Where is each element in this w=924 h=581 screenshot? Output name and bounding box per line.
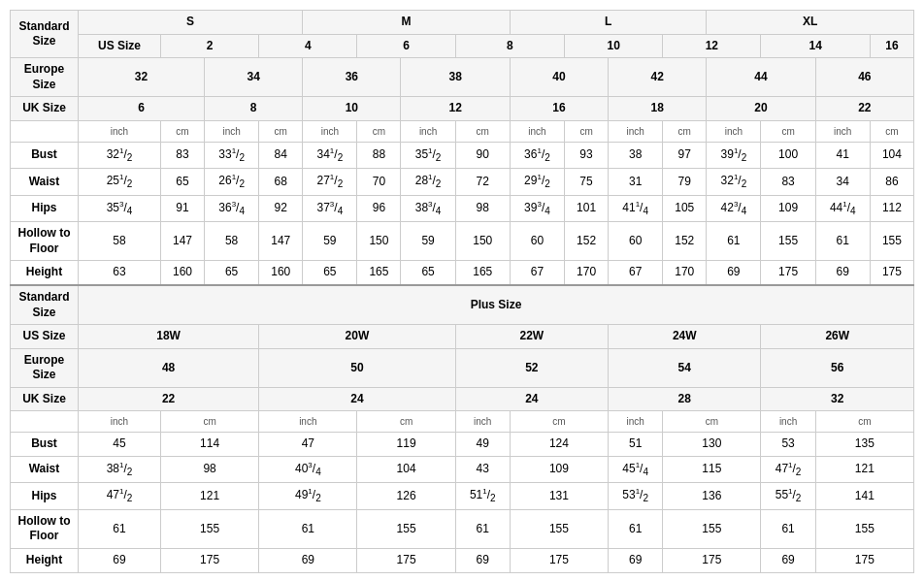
plus-cm-1: cm — [161, 411, 259, 433]
plus-us-22w: 22W — [455, 325, 608, 349]
waist-inch-5: 291/2 — [510, 169, 564, 195]
plus-uk-28: 28 — [609, 387, 761, 411]
inch-label-3: inch — [303, 120, 357, 142]
plus-height-cm-1: 175 — [161, 549, 259, 573]
plus-us-18w: 18W — [79, 325, 259, 349]
plus-waist-cm-2: 104 — [357, 457, 455, 483]
height-inch-2: 65 — [205, 261, 259, 285]
plus-height-cm-2: 175 — [357, 549, 455, 573]
us-size-2: 2 — [161, 34, 259, 58]
waist-cm-2: 68 — [259, 169, 303, 195]
bust-cm-2: 84 — [259, 142, 303, 168]
plus-uk-24: 24 — [259, 387, 455, 411]
hips-inch-2: 363/4 — [205, 195, 259, 221]
plus-hips-cm-4: 136 — [663, 483, 761, 509]
waist-inch-4: 281/2 — [401, 169, 455, 195]
waist-inch-2: 261/2 — [205, 169, 259, 195]
waist-label: Waist — [11, 169, 79, 195]
plus-bust-inch-4: 51 — [609, 433, 663, 457]
hips-cm-5: 101 — [565, 195, 609, 221]
us-size-10: 10 — [565, 34, 663, 58]
m-group-header: M — [303, 11, 511, 35]
cm-label-1: cm — [161, 120, 205, 142]
plus-height-inch-5: 69 — [761, 549, 815, 573]
htf-cm-7: 155 — [761, 222, 815, 261]
xl-group-header: XL — [707, 11, 914, 35]
plus-uk-size-label: UK Size — [11, 387, 79, 411]
plus-waist-inch-5: 471/2 — [761, 457, 815, 483]
waist-cm-4: 72 — [455, 169, 510, 195]
inch-label-6: inch — [609, 120, 663, 142]
bust-inch-1: 321/2 — [79, 142, 161, 168]
hips-inch-1: 353/4 — [79, 195, 161, 221]
height-inch-6: 67 — [609, 261, 663, 285]
plus-us-26w: 26W — [761, 325, 914, 349]
cm-label-7: cm — [761, 120, 815, 142]
uk-size-18: 18 — [609, 97, 707, 121]
plus-hips-inch-3: 511/2 — [455, 483, 510, 509]
plus-waist-cm-3: 109 — [510, 457, 608, 483]
uk-size-label: UK Size — [11, 97, 79, 121]
inch-label-7: inch — [707, 120, 761, 142]
hips-inch-4: 383/4 — [401, 195, 455, 221]
plus-htf-inch-4: 61 — [609, 509, 663, 548]
waist-cm-7: 83 — [761, 169, 815, 195]
hips-cm-8: 112 — [870, 195, 913, 221]
height-cm-6: 170 — [663, 261, 707, 285]
bust-cm-7: 100 — [761, 142, 815, 168]
plus-cm-2: cm — [357, 411, 455, 433]
plus-cm-5: cm — [815, 411, 913, 433]
height-inch-4: 65 — [401, 261, 455, 285]
l-group-header: L — [510, 11, 706, 35]
waist-inch-1: 251/2 — [79, 169, 161, 195]
inch-label-4: inch — [401, 120, 455, 142]
plus-waist-inch-4: 451/4 — [609, 457, 663, 483]
plus-bust-cm-5: 135 — [815, 433, 913, 457]
hips-cm-2: 92 — [259, 195, 303, 221]
bust-cm-3: 88 — [357, 142, 401, 168]
plus-waist-cm-1: 98 — [161, 457, 259, 483]
plus-inch-4: inch — [609, 411, 663, 433]
plus-hips-inch-1: 471/2 — [79, 483, 161, 509]
waist-inch-8: 34 — [815, 169, 870, 195]
eu-size-38: 38 — [401, 58, 510, 97]
cm-label-6: cm — [663, 120, 707, 142]
hips-cm-1: 91 — [161, 195, 205, 221]
hips-label: Hips — [11, 195, 79, 221]
plus-bust-cm-4: 130 — [663, 433, 761, 457]
s-group-header: S — [79, 11, 303, 35]
europe-size-label: Europe Size — [11, 58, 79, 97]
plus-us-size-label: US Size — [11, 325, 79, 349]
height-inch-3: 65 — [303, 261, 357, 285]
size-chart: StandardSize S M L XL US Size 2 4 6 8 10… — [10, 10, 914, 573]
htf-cm-8: 155 — [870, 222, 913, 261]
plus-inch-1: inch — [79, 411, 161, 433]
us-size-4: 4 — [259, 34, 357, 58]
bust-inch-3: 341/2 — [303, 142, 357, 168]
plus-htf-cm-5: 155 — [815, 509, 913, 548]
plus-bust-cm-2: 119 — [357, 433, 455, 457]
plus-size-section-label: Plus Size — [79, 285, 914, 325]
plus-htf-inch-1: 61 — [79, 509, 161, 548]
bust-cm-4: 90 — [455, 142, 510, 168]
height-inch-1: 63 — [79, 261, 161, 285]
us-size-label: US Size — [79, 34, 161, 58]
bust-cm-6: 97 — [663, 142, 707, 168]
uk-size-20: 20 — [707, 97, 815, 121]
uk-size-22: 22 — [815, 97, 913, 121]
plus-uk-24b: 24 — [455, 387, 608, 411]
height-cm-8: 175 — [870, 261, 913, 285]
htf-inch-8: 61 — [815, 222, 870, 261]
plus-height-cm-5: 175 — [815, 549, 913, 573]
plus-htf-inch-2: 61 — [259, 509, 357, 548]
plus-inch-2: inch — [259, 411, 357, 433]
standard-size-label: StandardSize — [11, 11, 79, 58]
htf-inch-4: 59 — [401, 222, 455, 261]
plus-inch-3: inch — [455, 411, 510, 433]
height-label: Height — [11, 261, 79, 285]
htf-inch-1: 58 — [79, 222, 161, 261]
standard-size-section-label: Standard Size — [11, 285, 79, 325]
plus-bust-label: Bust — [11, 433, 79, 457]
htf-inch-6: 60 — [609, 222, 663, 261]
plus-waist-inch-1: 381/2 — [79, 457, 161, 483]
